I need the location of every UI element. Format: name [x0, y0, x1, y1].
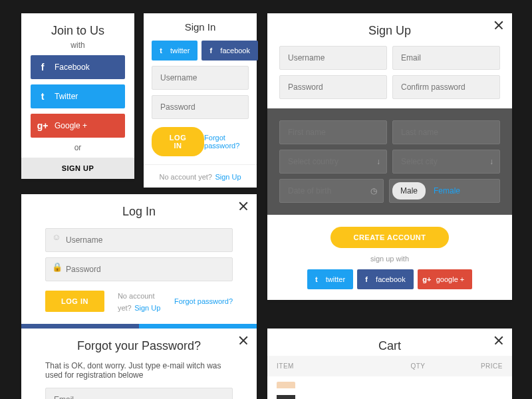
password-input[interactable] [279, 75, 387, 99]
col-price: PRICE [446, 362, 503, 370]
close-icon[interactable] [493, 335, 504, 346]
google-icon: g+ [31, 120, 55, 131]
twitter-icon: t [31, 91, 55, 102]
twitter-icon: t [152, 47, 170, 55]
product-thumb [277, 382, 295, 399]
join-with: with [21, 41, 134, 50]
twitter-button[interactable]: ttwitter [307, 269, 353, 289]
lock-icon: 🔒 [52, 262, 63, 272]
col-item: ITEM [277, 362, 390, 370]
gender-toggle[interactable]: MaleFemale [389, 179, 500, 203]
google-button[interactable]: g+Google + [31, 114, 125, 138]
google-icon: g+ [418, 275, 436, 283]
signin-card: Sign In ttwitter ffacebook LOG IN Forgot… [144, 13, 257, 188]
forgot-desc: That is OK, dont worry. Just type e-mail… [21, 356, 257, 385]
signup-button[interactable]: SIGN UP [21, 158, 134, 179]
cart-row [267, 376, 512, 399]
noaccount-text: No account yet? [159, 173, 212, 181]
create-account-button[interactable]: CREATE ACCOUNT [331, 227, 448, 248]
google-button[interactable]: g+google + [418, 269, 473, 289]
email-input[interactable] [392, 46, 500, 70]
username-input[interactable] [279, 46, 387, 70]
username-input[interactable] [45, 228, 233, 252]
city-select[interactable]: ↓ [392, 150, 500, 174]
twitter-button[interactable]: ttwitter [152, 41, 198, 61]
cart-title: Cart [267, 329, 512, 356]
signup-with-text: sign up with [267, 255, 512, 263]
facebook-icon: f [201, 47, 220, 55]
facebook-button[interactable]: ffacebook [357, 269, 414, 289]
details-section: ↓ ↓ ◷ MaleFemale [267, 108, 512, 215]
male-option[interactable]: Male [392, 182, 426, 200]
login-title: Log In [21, 194, 257, 221]
signup-link[interactable]: Sign Up [215, 173, 241, 181]
email-input[interactable] [45, 388, 233, 399]
twitter-icon: t [307, 275, 326, 283]
dob-input[interactable]: ◷ [279, 179, 384, 203]
cart-header: ITEM QTY PRICE [267, 356, 512, 376]
login-button[interactable]: LOG IN [152, 127, 204, 156]
cart-card: Cart ITEM QTY PRICE [267, 329, 512, 399]
signup-card: Sign Up ↓ ↓ ◷ MaleFemale CREATE ACCOUNT … [267, 13, 512, 300]
chevron-down-icon: ↓ [376, 157, 380, 166]
lastname-input[interactable] [392, 120, 500, 144]
close-icon[interactable] [238, 201, 249, 211]
forgot-card: Forgot your Password? That is OK, dont w… [21, 329, 257, 399]
user-icon: ☺ [52, 232, 61, 242]
female-option[interactable]: Female [426, 182, 468, 200]
signin-title: Sign In [144, 13, 257, 41]
login-button[interactable]: LOG IN [45, 291, 104, 312]
password-input[interactable] [152, 95, 249, 119]
twitter-button[interactable]: tTwitter [31, 84, 125, 108]
clock-icon: ◷ [370, 186, 377, 196]
facebook-button[interactable]: fFacebook [31, 55, 125, 79]
close-icon[interactable] [238, 335, 249, 346]
forgot-link[interactable]: Forgot password? [204, 134, 249, 150]
join-card: Join to Us with fFacebook tTwitter g+Goo… [21, 13, 134, 179]
password-input[interactable] [45, 257, 233, 281]
country-select[interactable]: ↓ [279, 150, 387, 174]
firstname-input[interactable] [279, 120, 387, 144]
forgot-title: Forgot your Password? [21, 329, 257, 356]
join-title: Join to Us [21, 13, 134, 41]
or-divider: or [21, 143, 134, 152]
col-qty: QTY [390, 362, 446, 370]
facebook-icon: f [31, 62, 55, 72]
signup-link[interactable]: Sign Up [134, 304, 160, 312]
chevron-down-icon: ↓ [489, 157, 493, 166]
username-input[interactable] [152, 66, 249, 90]
close-icon[interactable] [493, 20, 504, 31]
facebook-icon: f [357, 275, 376, 283]
facebook-button[interactable]: ffacebook [201, 41, 258, 61]
signup-title: Sign Up [267, 13, 512, 41]
forgot-link[interactable]: Forgot password? [174, 297, 233, 305]
confirm-password-input[interactable] [392, 75, 500, 99]
